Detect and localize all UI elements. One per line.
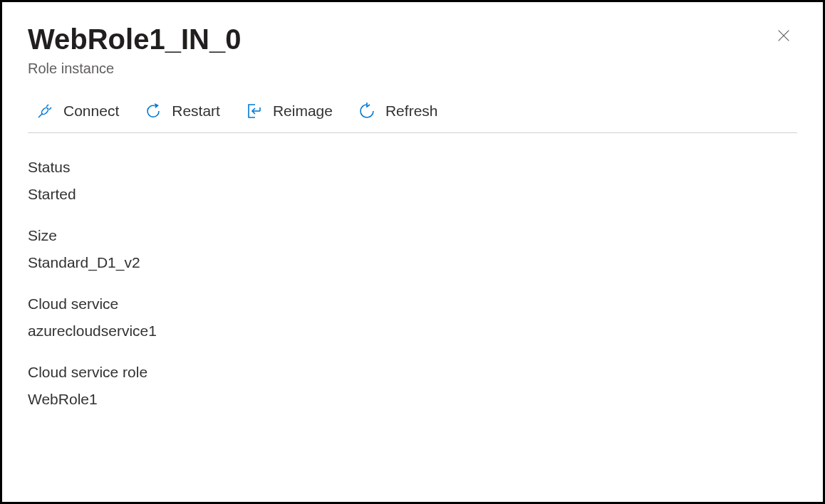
restart-button[interactable]: Restart bbox=[145, 103, 220, 120]
status-label: Status bbox=[28, 159, 797, 176]
cloud-service-label: Cloud service bbox=[28, 295, 797, 313]
properties-list: Status Started Size Standard_D1_v2 Cloud… bbox=[28, 159, 797, 408]
title-block: WebRole1_IN_0 Role instance bbox=[28, 22, 241, 77]
close-button[interactable] bbox=[770, 22, 797, 52]
status-value: Started bbox=[28, 186, 797, 203]
connect-label: Connect bbox=[63, 103, 119, 120]
cloud-service-value: azurecloudservice1 bbox=[28, 322, 797, 340]
property-size: Size Standard_D1_v2 bbox=[28, 227, 797, 271]
connect-button[interactable]: Connect bbox=[36, 103, 119, 120]
reimage-label: Reimage bbox=[273, 103, 333, 120]
panel-header: WebRole1_IN_0 Role instance bbox=[28, 22, 797, 77]
property-cloud-service-role: Cloud service role WebRole1 bbox=[28, 364, 797, 408]
svg-line-4 bbox=[49, 107, 51, 110]
property-status: Status Started bbox=[28, 159, 797, 203]
refresh-button[interactable]: Refresh bbox=[358, 103, 438, 120]
cloud-service-role-value: WebRole1 bbox=[28, 391, 797, 408]
connect-icon bbox=[36, 103, 53, 120]
page-subtitle: Role instance bbox=[28, 61, 241, 77]
svg-line-3 bbox=[46, 105, 48, 107]
close-icon bbox=[776, 28, 792, 46]
cloud-service-role-label: Cloud service role bbox=[28, 364, 797, 381]
size-value: Standard_D1_v2 bbox=[28, 254, 797, 271]
refresh-icon bbox=[358, 103, 375, 120]
refresh-label: Refresh bbox=[385, 103, 438, 120]
reimage-button[interactable]: Reimage bbox=[246, 103, 333, 120]
restart-label: Restart bbox=[172, 103, 220, 120]
restart-icon bbox=[145, 103, 162, 120]
reimage-icon bbox=[246, 103, 263, 120]
svg-point-2 bbox=[41, 107, 49, 115]
size-label: Size bbox=[28, 227, 797, 244]
command-toolbar: Connect Restart Reimage bbox=[28, 103, 797, 133]
property-cloud-service: Cloud service azurecloudservice1 bbox=[28, 295, 797, 340]
role-instance-panel: WebRole1_IN_0 Role instance Co bbox=[0, 0, 825, 504]
page-title: WebRole1_IN_0 bbox=[28, 22, 241, 56]
